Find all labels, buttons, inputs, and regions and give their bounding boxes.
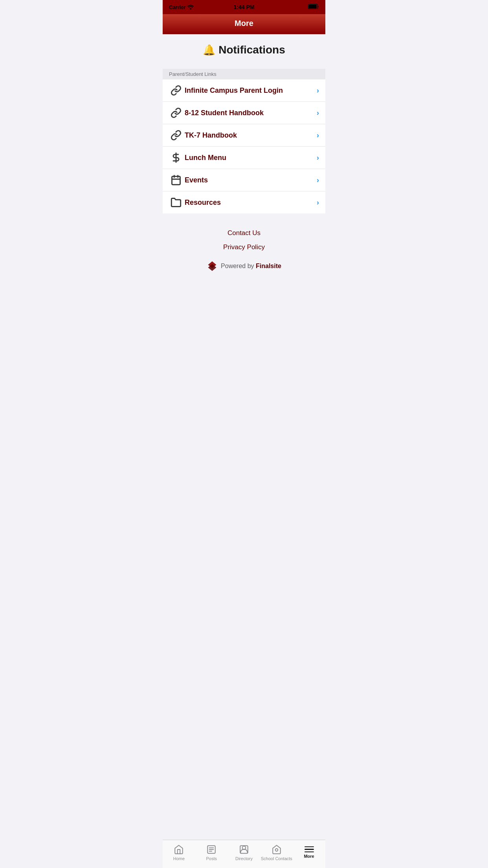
finalsite-brand: Finalsite bbox=[256, 263, 281, 269]
menu-list: Infinite Campus Parent Login › 8-12 Stud… bbox=[163, 79, 325, 213]
infinite-campus-label: Infinite Campus Parent Login bbox=[185, 86, 317, 95]
chevron-right-icon: › bbox=[317, 86, 319, 95]
chevron-right-icon: › bbox=[317, 109, 319, 117]
fork-knife-icon bbox=[169, 152, 183, 163]
powered-by: Powered by Finalsite bbox=[169, 261, 319, 272]
list-item-tk7-handbook[interactable]: TK-7 Handbook › bbox=[163, 124, 325, 147]
privacy-policy-link[interactable]: Privacy Policy bbox=[169, 243, 319, 251]
battery-icon bbox=[308, 4, 319, 11]
carrier-label: Carrier bbox=[169, 4, 194, 10]
svg-rect-3 bbox=[172, 177, 180, 185]
header-title: More bbox=[169, 19, 319, 28]
list-item-infinite-campus[interactable]: Infinite Campus Parent Login › bbox=[163, 79, 325, 102]
list-item-student-handbook[interactable]: 8-12 Student Handbook › bbox=[163, 102, 325, 124]
lunch-menu-label: Lunch Menu bbox=[185, 154, 317, 162]
finalsite-logo-icon bbox=[207, 261, 218, 272]
list-item-events[interactable]: Events › bbox=[163, 169, 325, 191]
status-bar: Carrier 1:44 PM bbox=[163, 0, 325, 14]
chevron-right-icon: › bbox=[317, 154, 319, 162]
chevron-right-icon: › bbox=[317, 131, 319, 140]
svg-rect-1 bbox=[309, 5, 317, 9]
student-handbook-label: 8-12 Student Handbook bbox=[185, 109, 317, 117]
link-icon bbox=[169, 85, 183, 96]
contact-us-link[interactable]: Contact Us bbox=[169, 229, 319, 237]
footer-links: Contact Us Privacy Policy Powered by Fin… bbox=[163, 213, 325, 281]
notifications-heading: 🔔 Notifications bbox=[169, 44, 319, 56]
powered-by-text: Powered by Finalsite bbox=[221, 263, 281, 270]
list-item-lunch-menu[interactable]: Lunch Menu › bbox=[163, 147, 325, 169]
notifications-label: Notifications bbox=[218, 44, 285, 56]
wifi-icon bbox=[187, 5, 194, 9]
list-item-resources[interactable]: Resources › bbox=[163, 191, 325, 213]
resources-label: Resources bbox=[185, 199, 317, 207]
tk7-handbook-label: TK-7 Handbook bbox=[185, 131, 317, 140]
section-header: Parent/Student Links bbox=[163, 69, 325, 79]
header: More bbox=[163, 14, 325, 34]
bell-icon: 🔔 bbox=[203, 44, 215, 56]
folder-icon bbox=[169, 197, 183, 208]
link-icon bbox=[169, 107, 183, 118]
calendar-icon bbox=[169, 175, 183, 186]
link-icon bbox=[169, 130, 183, 141]
status-time: 1:44 PM bbox=[234, 4, 255, 10]
chevron-right-icon: › bbox=[317, 199, 319, 207]
notifications-section: 🔔 Notifications bbox=[163, 34, 325, 63]
events-label: Events bbox=[185, 176, 317, 184]
chevron-right-icon: › bbox=[317, 176, 319, 184]
